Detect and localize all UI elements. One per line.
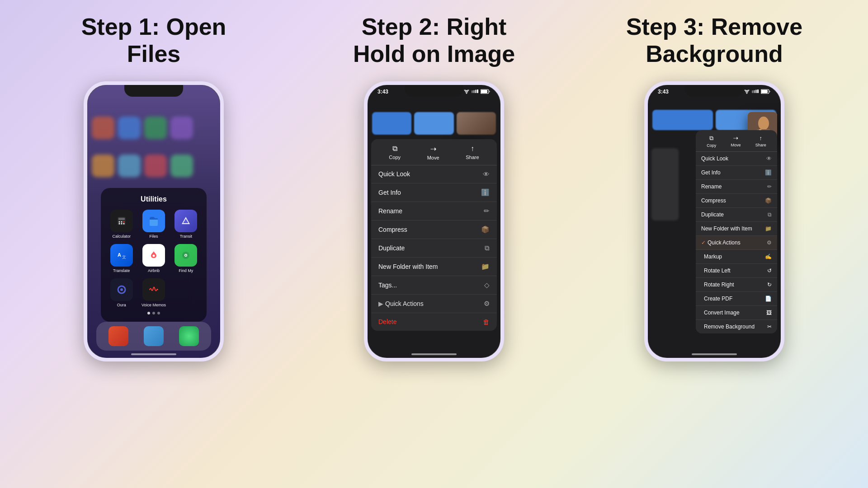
- transit-icon: [175, 210, 197, 232]
- ctx-quick-look-icon: 👁: [766, 155, 772, 162]
- phone-1-screen: Utilities: [87, 85, 220, 358]
- ctx-remove-bg-icon: ✂: [767, 324, 772, 330]
- context-new-folder[interactable]: New Folder with Item 📁: [371, 258, 497, 276]
- context-tags[interactable]: Tags... ◇: [371, 276, 497, 295]
- ctx-remove-bg[interactable]: Remove Background ✂: [696, 320, 777, 333]
- oura-label: Oura: [117, 303, 126, 307]
- step-2: Step 2: RightHold on Image 3:43: [298, 14, 570, 361]
- dot-3: [157, 312, 160, 314]
- airbnb-icon: [142, 244, 165, 267]
- copy-icon: ⧉: [392, 145, 397, 153]
- context-rename[interactable]: Rename ✏: [371, 202, 497, 221]
- context-duplicate[interactable]: Duplicate ⧉: [371, 239, 497, 258]
- phone-3-mockup: 3:43: [644, 81, 784, 361]
- ctx-rotate-left-label: Rotate Left: [704, 267, 731, 274]
- svg-rect-27: [754, 90, 755, 93]
- step-3: Step 3: RemoveBackground 3:43: [579, 14, 850, 361]
- findmy-icon: [175, 244, 197, 267]
- svg-rect-21: [481, 90, 487, 93]
- context-quick-actions[interactable]: ▶ Quick Actions ⚙: [371, 295, 497, 313]
- ctx-get-info-icon: ℹ️: [765, 169, 772, 176]
- ctx-ext-top: ⧉ Copy ⇢ Move ↑ Share: [696, 130, 777, 152]
- context-get-info[interactable]: Get Info ℹ️: [371, 183, 497, 202]
- app-item-oura: Oura: [108, 278, 135, 307]
- ctx-new-folder-icon: 📁: [765, 225, 772, 232]
- context-quick-look[interactable]: Quick Look 👁: [371, 165, 497, 183]
- ctx-markup[interactable]: Markup ✍: [696, 250, 777, 264]
- get-info-label: Get Info: [378, 189, 401, 196]
- context-delete[interactable]: Delete 🗑: [371, 313, 497, 331]
- ctx-move[interactable]: ⇢ Move: [731, 135, 741, 148]
- share-label: Share: [466, 155, 479, 160]
- dock-icon-3: [179, 326, 199, 346]
- ctx-rotate-right[interactable]: Rotate Right ↻: [696, 278, 777, 292]
- thumb-3: [457, 112, 496, 135]
- ctx-copy[interactable]: ⧉ Copy: [707, 135, 716, 148]
- dot-1: [147, 312, 150, 314]
- delete-icon: 🗑: [483, 318, 490, 326]
- ctx-get-info[interactable]: Get Info ℹ️: [696, 166, 777, 180]
- context-compress[interactable]: Compress 📦: [371, 221, 497, 239]
- blurred-icons: [87, 99, 220, 189]
- step-1: Step 1: OpenFiles: [18, 14, 289, 361]
- ctx-quick-look-label: Quick Look: [701, 155, 728, 162]
- dot-2: [152, 312, 155, 314]
- svg-text:A: A: [118, 252, 121, 258]
- svg-point-10: [152, 254, 155, 257]
- calculator-label: Calculator: [112, 234, 131, 239]
- rename-icon: ✏: [484, 207, 490, 215]
- quick-actions-label: Quick Actions: [385, 300, 484, 307]
- ctx-share-label: Share: [755, 143, 766, 147]
- ctx-create-pdf-icon: 📄: [765, 296, 772, 302]
- status-bar-3: 3:43: [648, 89, 781, 95]
- folder-title: Utilities: [108, 195, 199, 203]
- quick-look-icon: 👁: [483, 170, 490, 178]
- new-folder-icon: 📁: [481, 263, 490, 271]
- context-share[interactable]: ↑ Share: [466, 145, 479, 160]
- ctx-quick-actions-expanded[interactable]: ✓ Quick Actions ⚙: [696, 236, 777, 250]
- ctx-rename[interactable]: Rename ✏: [696, 180, 777, 194]
- status-icons-2: [463, 89, 491, 95]
- ctx-new-folder[interactable]: New Folder with Item 📁: [696, 222, 777, 236]
- ctx-convert-image[interactable]: Convert Image 🖼: [696, 306, 777, 320]
- ctx-duplicate[interactable]: Duplicate ⧉: [696, 208, 777, 222]
- folder-dots: [108, 312, 199, 314]
- svg-rect-16: [472, 90, 473, 93]
- svg-rect-31: [761, 90, 768, 93]
- ctx-rotate-right-label: Rotate Right: [704, 282, 734, 288]
- ctx-compress[interactable]: Compress 📦: [696, 194, 777, 208]
- context-copy[interactable]: ⧉ Copy: [389, 145, 401, 160]
- ctx-get-info-label: Get Info: [701, 169, 721, 176]
- ctx-rotate-left[interactable]: Rotate Left ↺: [696, 264, 777, 278]
- svg-point-13: [185, 254, 187, 256]
- ctx-compress-label: Compress: [701, 197, 726, 204]
- move-label: Move: [427, 155, 439, 160]
- home-indicator-2: [411, 353, 457, 355]
- ctx-remove-bg-label: Remove Background: [704, 324, 755, 330]
- context-menu-top: ⧉ Copy ⇢ Move ↑ Share: [371, 139, 497, 165]
- ctx-qa-check: ✓: [701, 239, 706, 246]
- thumb-2: [414, 112, 453, 135]
- ctx-rename-icon: ✏: [767, 183, 772, 190]
- move-icon: ⇢: [430, 145, 436, 153]
- step-2-title: Step 2: RightHold on Image: [353, 14, 515, 68]
- ctx-share-icon: ↑: [760, 135, 763, 141]
- ctx-create-pdf-label: Create PDF: [704, 296, 732, 302]
- ctx-create-pdf[interactable]: Create PDF 📄: [696, 292, 777, 306]
- app-item-calculator: Calculator: [108, 210, 135, 239]
- tags-icon: ◇: [484, 281, 490, 289]
- app-item-files: Files: [140, 210, 167, 239]
- tags-label: Tags...: [378, 282, 397, 289]
- delete-label: Delete: [378, 318, 396, 325]
- svg-point-15: [120, 288, 123, 291]
- phone-dock: [96, 322, 211, 351]
- ctx-qa-icon: ⚙: [767, 239, 772, 246]
- quick-actions-submenu: Markup ✍ Rotate Left ↺ Rotate Right ↻: [696, 250, 777, 333]
- status-time-3: 3:43: [658, 89, 669, 95]
- ctx-quick-look[interactable]: Quick Look 👁: [696, 152, 777, 166]
- dock-icon-1: [108, 326, 128, 346]
- ctx-share[interactable]: ↑ Share: [755, 135, 766, 148]
- context-move[interactable]: ⇢ Move: [427, 145, 439, 160]
- dock-icon-2: [144, 326, 164, 346]
- ctx-move-icon: ⇢: [733, 135, 738, 141]
